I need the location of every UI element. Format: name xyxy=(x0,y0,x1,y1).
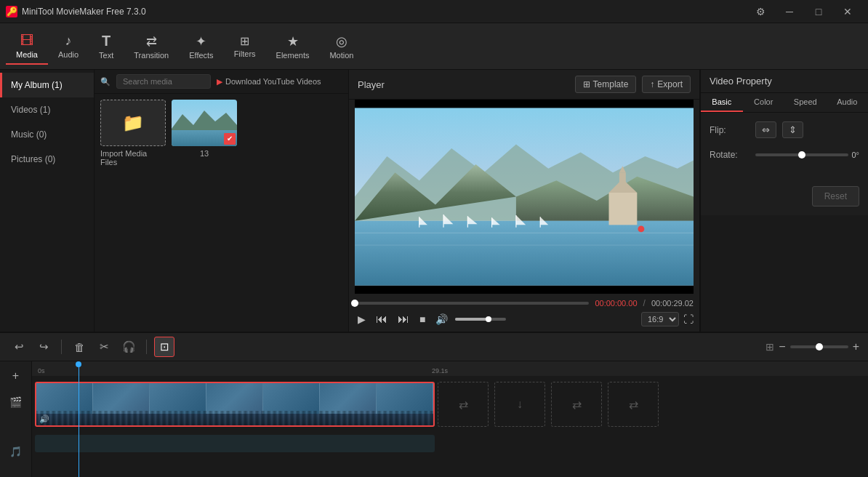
transition-arrow-4: ⇄ xyxy=(629,398,638,412)
effects-icon: ✦ xyxy=(196,33,206,49)
sidebar-item-my-album[interactable]: My Album (1) xyxy=(0,73,94,97)
app-icon: 🔑 xyxy=(6,6,17,17)
add-media-button[interactable]: + xyxy=(7,367,25,385)
crop-button[interactable]: ⊡ xyxy=(154,337,174,357)
center-section: Player ⊞ Template ↑ Export xyxy=(349,70,701,332)
tab-basic[interactable]: Basic xyxy=(701,93,743,112)
media-item-clip13[interactable]: 🎥 xyxy=(172,100,237,326)
toolbar-item-audio[interactable]: ♪ Audio xyxy=(48,31,89,62)
media-item-import[interactable]: 📁 Import Media Files xyxy=(100,100,166,326)
audio-track-icon[interactable]: 🎵 xyxy=(7,443,25,460)
timeline-zoom-controls: ⊞ − + xyxy=(765,340,859,353)
crop-icon: ⊡ xyxy=(160,340,169,353)
volume-thumb xyxy=(486,316,491,322)
zoom-in-button[interactable]: + xyxy=(853,340,859,353)
flip-horizontal-button[interactable]: ⇔ xyxy=(755,121,776,138)
player-header: Player ⊞ Template ↑ Export xyxy=(349,70,699,100)
clip13-label: 13 xyxy=(200,149,209,158)
flip-vertical-button[interactable]: ⇕ xyxy=(782,121,803,138)
transition-arrow-1: ⇄ xyxy=(459,398,468,412)
prev-frame-button[interactable]: ⏮ xyxy=(373,311,390,327)
zoom-slider[interactable] xyxy=(790,345,848,348)
delete-button[interactable]: 🗑 xyxy=(69,337,89,357)
stop-button[interactable]: ■ xyxy=(417,312,428,326)
next-frame-button[interactable]: ⏭ xyxy=(395,311,412,327)
transition-label: Transition xyxy=(134,51,169,60)
rotate-slider-container: 0° xyxy=(755,151,859,159)
audio-track xyxy=(32,433,868,454)
download-youtube-button[interactable]: ▶ Download YouTube Videos xyxy=(217,77,321,87)
videos-label: Videos (1) xyxy=(11,105,50,115)
volume-slider[interactable] xyxy=(455,318,506,321)
clip-frame-4 xyxy=(206,383,263,414)
property-tabs: Basic Color Speed Audio xyxy=(701,93,868,113)
settings-button[interactable]: ⚙ xyxy=(746,0,775,23)
fullscreen-button[interactable]: ⛶ xyxy=(683,313,694,325)
track-icons: + 🎬 🎵 xyxy=(0,361,32,477)
filters-icon: ⊞ xyxy=(240,34,249,48)
close-button[interactable]: ✕ xyxy=(833,0,862,23)
video-clip[interactable]: 🔊 xyxy=(35,382,435,427)
maximize-button[interactable]: □ xyxy=(804,0,833,23)
rotate-slider[interactable] xyxy=(755,153,848,156)
toolbar-item-effects[interactable]: ✦ Effects xyxy=(179,31,223,63)
aspect-ratio-select[interactable]: 16:9 4:3 1:1 9:16 xyxy=(641,312,679,326)
my-album-label: My Album (1) xyxy=(11,80,63,90)
redo-button[interactable]: ↪ xyxy=(33,337,54,357)
timeline-content: 0s 29.1s xyxy=(32,361,868,477)
sidebar: My Album (1) Videos (1) Music (0) Pictur… xyxy=(0,70,95,332)
main-area: My Album (1) Videos (1) Music (0) Pictur… xyxy=(0,70,868,332)
elements-icon: ★ xyxy=(287,33,299,49)
transition-icon: ⇄ xyxy=(146,33,157,49)
cut-button[interactable]: ✂ xyxy=(94,337,114,357)
export-button[interactable]: ↑ Export xyxy=(642,76,691,93)
progress-bar[interactable] xyxy=(355,302,589,305)
clip-waveform xyxy=(36,411,433,425)
playhead[interactable] xyxy=(79,361,79,477)
video-track-icon[interactable]: 🎬 xyxy=(7,393,25,411)
timeline-toolbar: ↩ ↪ 🗑 ✂ 🎧 ⊡ Crop ⊞ − + xyxy=(0,332,868,361)
transition-slot-2[interactable]: ↓ xyxy=(494,382,545,427)
sidebar-item-music[interactable]: Music (0) xyxy=(0,122,94,147)
import-thumb[interactable]: 📁 xyxy=(100,100,166,146)
template-button[interactable]: ⊞ Template xyxy=(575,76,637,93)
media-toolbar: 🔍 ▶ Download YouTube Videos xyxy=(95,70,348,94)
toolbar-item-filters[interactable]: ⊞ Filters xyxy=(224,31,266,61)
zoom-out-button[interactable]: − xyxy=(779,340,785,353)
undo-button[interactable]: ↩ xyxy=(9,337,29,357)
transition-slot-1[interactable]: ⇄ xyxy=(438,382,489,427)
tab-speed[interactable]: Speed xyxy=(784,93,827,112)
toolbar-item-elements[interactable]: ★ Elements xyxy=(266,31,320,63)
timeline-settings-icon[interactable]: ⊞ xyxy=(765,341,774,353)
progress-thumb xyxy=(351,300,358,307)
svg-point-26 xyxy=(638,225,644,232)
reset-button[interactable]: Reset xyxy=(812,186,859,207)
sidebar-item-videos[interactable]: Videos (1) xyxy=(0,97,94,122)
volume-icon[interactable]: 🔊 xyxy=(433,312,451,326)
volume-fill xyxy=(455,318,489,321)
transition-slot-4[interactable]: ⇄ xyxy=(608,382,659,427)
audio-detach-button[interactable]: 🎧 xyxy=(118,337,139,357)
rotate-thumb xyxy=(798,151,805,159)
template-label: Template xyxy=(593,79,629,89)
play-button[interactable]: ▶ xyxy=(355,312,369,326)
import-label: Import Media Files xyxy=(100,149,166,167)
clip13-preview: 🎥 xyxy=(172,100,237,146)
media-content: 🔍 ▶ Download YouTube Videos 📁 xyxy=(95,70,348,332)
app-title: MiniTool MovieMaker Free 7.3.0 xyxy=(22,7,742,17)
toolbar-separator-2 xyxy=(146,340,147,354)
tab-color[interactable]: Color xyxy=(743,93,785,112)
toolbar-item-transition[interactable]: ⇄ Transition xyxy=(124,31,179,63)
sidebar-item-pictures[interactable]: Pictures (0) xyxy=(0,147,94,172)
transition-slot-3[interactable]: ⇄ xyxy=(551,382,602,427)
toolbar-item-media[interactable]: 🎞 Media xyxy=(6,31,48,62)
tab-audio[interactable]: Audio xyxy=(827,93,869,112)
svg-rect-10 xyxy=(609,193,638,225)
minimize-button[interactable]: ─ xyxy=(775,0,804,23)
player-title: Player xyxy=(358,79,385,90)
search-input[interactable] xyxy=(116,74,211,89)
time-total: 00:00:29.02 xyxy=(651,299,694,308)
toolbar-item-text[interactable]: T Text xyxy=(89,30,124,63)
clip13-thumb[interactable]: 🎥 xyxy=(172,100,237,146)
toolbar-item-motion[interactable]: ◎ Motion xyxy=(319,31,363,63)
